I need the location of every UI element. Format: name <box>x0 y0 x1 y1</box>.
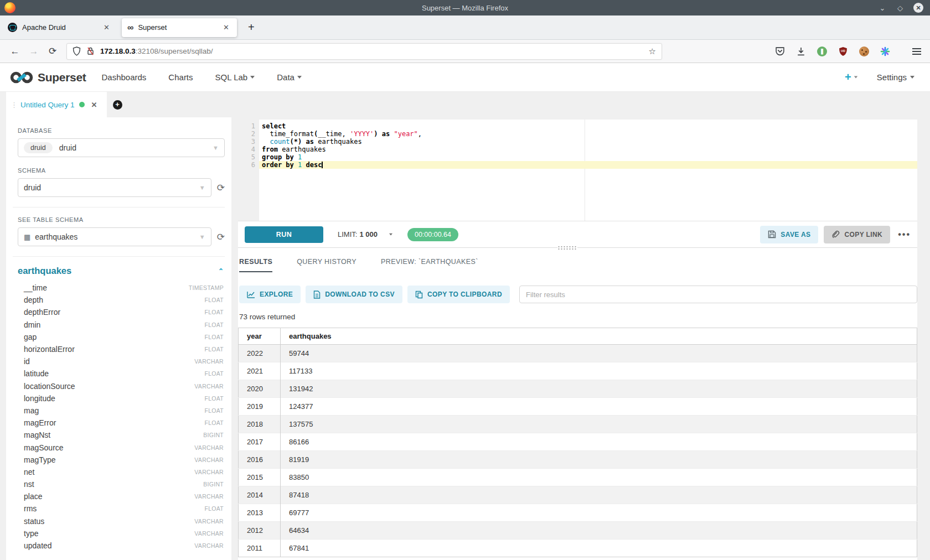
table-column-row[interactable]: longitudeFLOAT <box>13 392 225 405</box>
bookmark-star-icon[interactable]: ☆ <box>649 46 656 56</box>
table-column-row[interactable]: netVARCHAR <box>13 466 225 478</box>
download-icon[interactable] <box>796 46 806 56</box>
table-column-row[interactable]: updatedVARCHAR <box>13 540 225 552</box>
filter-results-input[interactable] <box>519 286 917 303</box>
collapse-icon[interactable]: ⌃ <box>218 267 224 275</box>
table-column-row[interactable]: latitudeFLOAT <box>13 367 225 380</box>
tab-results[interactable]: RESULTS <box>239 258 272 272</box>
limit-control[interactable]: LIMIT: 1 000 <box>338 230 393 238</box>
cookie-icon[interactable] <box>859 46 869 56</box>
table-column-row[interactable]: typeVARCHAR <box>13 527 225 540</box>
table-column-row[interactable]: depthErrorFLOAT <box>13 306 225 318</box>
back-icon[interactable]: ← <box>6 46 24 57</box>
tab-preview-earthquakes[interactable]: PREVIEW: `EARTHQUAKES` <box>381 258 478 272</box>
table-column-row[interactable]: statusVARCHAR <box>13 515 225 527</box>
code-line: time_format(__time, 'YYYY') as "year", <box>259 130 917 138</box>
settings-menu[interactable]: Settings <box>877 72 914 82</box>
column-type: BIGINT <box>203 432 224 438</box>
browser-tabbar: Apache Druid ✕ ∞ Superset ✕ + <box>0 15 930 40</box>
refresh-schema-icon[interactable]: ⟳ <box>217 182 225 194</box>
close-icon[interactable]: ✕ <box>913 3 923 13</box>
column-name: magError <box>24 418 56 427</box>
table-column-row[interactable]: gapFLOAT <box>13 331 225 343</box>
superset-logo[interactable]: Superset <box>10 71 86 84</box>
browser-tab-superset[interactable]: ∞ Superset ✕ <box>122 18 237 37</box>
results-tabbar: RESULTS QUERY HISTORY PREVIEW: `EARTHQUA… <box>238 248 917 272</box>
maximize-icon[interactable]: ◇ <box>896 4 905 12</box>
column-name: __time <box>24 283 47 292</box>
nav-sqllab[interactable]: SQL Lab <box>215 72 255 82</box>
url-text[interactable]: 172.18.0.3:32108/superset/sqllab/ <box>100 47 213 55</box>
table-column-row[interactable]: idVARCHAR <box>13 355 225 367</box>
clipboard-icon <box>415 291 423 299</box>
url-bar[interactable]: 172.18.0.3:32108/superset/sqllab/ ☆ <box>66 43 662 60</box>
menu-icon[interactable] <box>912 48 921 55</box>
shield-icon[interactable] <box>73 46 81 56</box>
more-options-icon[interactable]: ••• <box>898 230 911 240</box>
browser-toolbar: ← → ⟳ 172.18.0.3:32108/superset/sqllab/ … <box>0 40 930 63</box>
table-row: 201786166 <box>239 433 917 451</box>
browser-tab-druid[interactable]: Apache Druid ✕ <box>2 18 117 37</box>
run-button[interactable]: RUN <box>245 226 323 243</box>
ublock-icon[interactable]: UO <box>838 46 848 56</box>
schema-label: SCHEMA <box>18 167 225 174</box>
column-header-earthquakes[interactable]: earthquakes <box>281 328 917 345</box>
copy-link-button[interactable]: COPY LINK <box>824 226 890 243</box>
code-area[interactable]: select time_format(__time, 'YYYY') as "y… <box>259 120 917 221</box>
table-column-row[interactable]: magFLOAT <box>13 405 225 417</box>
query-tab-untitled[interactable]: ⋮ Untitled Query 1 ✕ <box>6 92 107 117</box>
column-header-year[interactable]: year <box>239 328 281 345</box>
table-column-row[interactable]: magErrorFLOAT <box>13 417 225 429</box>
pocket-icon[interactable] <box>775 46 785 56</box>
table-column-row[interactable]: locationSourceVARCHAR <box>13 380 225 392</box>
copy-clipboard-button[interactable]: COPY TO CLIPBOARD <box>407 286 510 303</box>
add-new-button[interactable]: + <box>845 71 858 84</box>
download-csv-button[interactable]: DOWNLOAD TO CSV <box>306 286 402 303</box>
refresh-table-icon[interactable]: ⟳ <box>217 231 225 243</box>
extension-asterisk-icon[interactable] <box>880 46 890 56</box>
new-tab-button[interactable]: + <box>245 21 258 34</box>
brand-name: Superset <box>38 71 86 84</box>
forward-icon[interactable]: → <box>24 46 43 57</box>
reload-icon[interactable]: ⟳ <box>43 45 62 57</box>
table-column-row[interactable]: horizontalErrorFLOAT <box>13 343 225 355</box>
table-column-row[interactable]: nstBIGINT <box>13 478 225 490</box>
tab-close-icon[interactable]: ✕ <box>101 22 112 33</box>
table-column-row[interactable]: depthFLOAT <box>13 294 225 306</box>
table-column-row[interactable]: rmsFLOAT <box>13 502 225 515</box>
table-column-row[interactable]: dminFLOAT <box>13 319 225 331</box>
database-select[interactable]: druid druid ▼ <box>18 138 225 157</box>
table-column-row[interactable]: magTypeVARCHAR <box>13 454 225 466</box>
tab-close-icon[interactable]: ✕ <box>221 22 231 33</box>
table-select[interactable]: ▦ earthquakes ▼ <box>18 227 211 246</box>
table-cell: 2012 <box>239 522 281 540</box>
superset-navbar: Superset Dashboards Charts SQL Lab Data … <box>0 63 930 92</box>
table-cell: 69777 <box>281 504 917 522</box>
column-name: net <box>24 468 34 476</box>
table-schema-header[interactable]: earthquakes ⌃ <box>18 266 225 276</box>
privacy-badger-icon[interactable]: ❚ <box>817 46 827 56</box>
nav-charts[interactable]: Charts <box>168 72 193 82</box>
table-column-row[interactable]: magNstBIGINT <box>13 429 225 441</box>
table-cell: 2015 <box>239 469 281 486</box>
add-query-tab[interactable]: + <box>107 92 128 117</box>
code-editor[interactable]: 123456 select time_format(__time, 'YYYY'… <box>238 120 917 221</box>
schema-select[interactable]: druid ▼ <box>18 178 211 197</box>
column-name: depth <box>24 295 43 304</box>
minimize-icon[interactable]: ⌄ <box>878 4 887 12</box>
lock-slash-icon[interactable] <box>86 46 95 56</box>
drag-grip-icon[interactable]: ⋮ <box>11 101 17 109</box>
nav-data[interactable]: Data <box>277 72 302 82</box>
nav-dashboards[interactable]: Dashboards <box>101 72 146 82</box>
explore-button[interactable]: EXPLORE <box>239 286 301 303</box>
column-type: FLOAT <box>204 419 224 426</box>
tab-query-history[interactable]: QUERY HISTORY <box>297 258 356 272</box>
save-as-button[interactable]: SAVE AS <box>760 226 818 243</box>
column-name: updated <box>24 541 52 550</box>
table-column-row[interactable]: magSourceVARCHAR <box>13 441 225 453</box>
table-column-row[interactable]: __timeTIMESTAMP <box>13 282 225 294</box>
chevron-down-icon <box>250 76 255 79</box>
query-tab-close-icon[interactable]: ✕ <box>91 101 97 109</box>
table-column-row[interactable]: placeVARCHAR <box>13 490 225 502</box>
resize-grip[interactable] <box>557 246 577 250</box>
